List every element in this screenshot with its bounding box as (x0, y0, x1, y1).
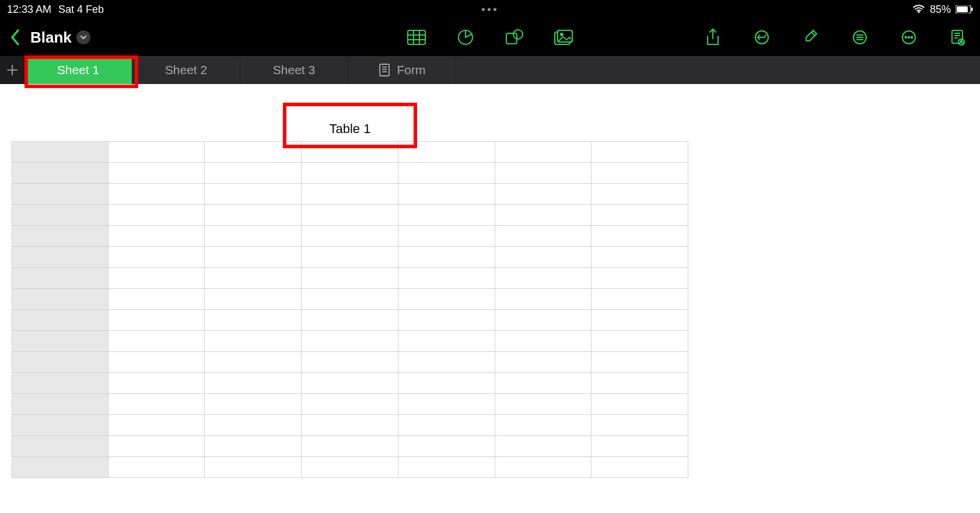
column-header[interactable] (302, 142, 398, 163)
table-row[interactable] (12, 436, 688, 457)
cell[interactable] (592, 226, 688, 247)
cell[interactable] (205, 352, 302, 373)
table-row[interactable] (12, 352, 688, 373)
cell[interactable] (205, 205, 302, 226)
format-brush-button[interactable] (800, 27, 821, 48)
cell[interactable] (592, 268, 688, 289)
document-title-dropdown[interactable]: Blank (30, 29, 90, 47)
cell[interactable] (398, 457, 495, 478)
cell[interactable] (495, 373, 592, 394)
table-row[interactable] (12, 184, 688, 205)
cell[interactable] (398, 163, 495, 184)
cell[interactable] (495, 205, 592, 226)
cell[interactable] (495, 268, 592, 289)
column-header-row[interactable] (12, 142, 688, 163)
row-header[interactable] (12, 394, 108, 415)
document-options-button[interactable] (849, 27, 870, 48)
table-row[interactable] (12, 331, 688, 352)
cell[interactable] (108, 436, 205, 457)
cell[interactable] (108, 373, 205, 394)
collaborate-button[interactable] (947, 27, 968, 48)
row-header[interactable] (12, 352, 108, 373)
row-header[interactable] (12, 457, 108, 478)
cell[interactable] (302, 457, 398, 478)
tab-sheet-2[interactable]: Sheet 2 (132, 56, 240, 84)
cell[interactable] (495, 226, 592, 247)
cell[interactable] (205, 415, 302, 436)
cell[interactable] (592, 457, 688, 478)
row-header[interactable] (12, 310, 108, 331)
table-row[interactable] (12, 289, 688, 310)
cell[interactable] (495, 436, 592, 457)
cell[interactable] (495, 184, 592, 205)
cell[interactable] (205, 331, 302, 352)
cell[interactable] (108, 184, 205, 205)
cell[interactable] (108, 289, 205, 310)
cell[interactable] (108, 331, 205, 352)
cell[interactable] (592, 310, 688, 331)
insert-chart-button[interactable] (455, 27, 476, 48)
cell[interactable] (302, 163, 398, 184)
insert-shape-button[interactable] (504, 27, 525, 48)
cell[interactable] (495, 163, 592, 184)
cell[interactable] (495, 331, 592, 352)
table-row[interactable] (12, 163, 688, 184)
cell[interactable] (108, 247, 205, 268)
row-header[interactable] (12, 226, 108, 247)
row-header[interactable] (12, 436, 108, 457)
cell[interactable] (592, 415, 688, 436)
cell[interactable] (495, 247, 592, 268)
cell[interactable] (302, 289, 398, 310)
row-header[interactable] (12, 289, 108, 310)
column-header[interactable] (495, 142, 592, 163)
row-header[interactable] (12, 373, 108, 394)
cell[interactable] (108, 268, 205, 289)
add-sheet-button[interactable] (0, 56, 24, 84)
cell[interactable] (398, 289, 495, 310)
tab-form[interactable]: Form (348, 56, 456, 84)
row-header[interactable] (12, 331, 108, 352)
column-header[interactable] (205, 142, 302, 163)
cell[interactable] (302, 205, 398, 226)
cell[interactable] (398, 352, 495, 373)
column-header[interactable] (398, 142, 495, 163)
cell[interactable] (398, 436, 495, 457)
cell[interactable] (302, 268, 398, 289)
table-row[interactable] (12, 457, 688, 478)
row-header[interactable] (12, 415, 108, 436)
table-row[interactable] (12, 415, 688, 436)
table-row[interactable] (12, 394, 688, 415)
cell[interactable] (302, 247, 398, 268)
table-row[interactable] (12, 310, 688, 331)
cell[interactable] (205, 184, 302, 205)
cell[interactable] (302, 394, 398, 415)
cell[interactable] (398, 394, 495, 415)
cell[interactable] (108, 352, 205, 373)
cell[interactable] (108, 310, 205, 331)
table-row[interactable] (12, 373, 688, 394)
cell[interactable] (592, 394, 688, 415)
table-row[interactable] (12, 226, 688, 247)
cell[interactable] (108, 205, 205, 226)
cell[interactable] (108, 457, 205, 478)
cell[interactable] (398, 268, 495, 289)
row-header[interactable] (12, 184, 108, 205)
tab-sheet-3[interactable]: Sheet 3 (240, 56, 348, 84)
cell[interactable] (302, 310, 398, 331)
cell[interactable] (592, 331, 688, 352)
cell[interactable] (592, 352, 688, 373)
cell[interactable] (398, 373, 495, 394)
more-button[interactable] (898, 27, 919, 48)
cell[interactable] (495, 310, 592, 331)
cell[interactable] (205, 163, 302, 184)
cell[interactable] (205, 436, 302, 457)
multitask-indicator[interactable]: ••• (481, 3, 499, 16)
back-button[interactable] (5, 27, 26, 48)
cell[interactable] (398, 205, 495, 226)
cell[interactable] (108, 226, 205, 247)
row-header[interactable] (12, 247, 108, 268)
spreadsheet-table[interactable] (12, 141, 688, 478)
cell[interactable] (205, 394, 302, 415)
cell[interactable] (302, 373, 398, 394)
undo-button[interactable] (751, 27, 772, 48)
